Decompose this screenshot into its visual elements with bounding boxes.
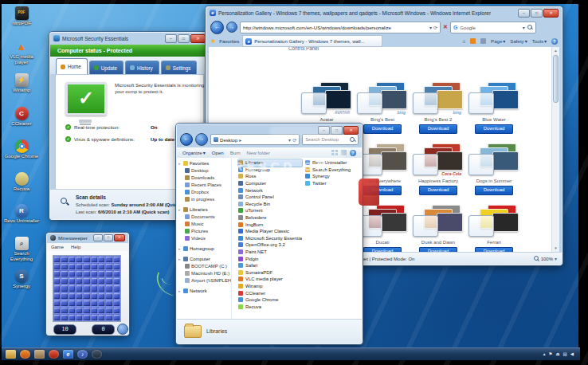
mine-cell[interactable]	[105, 263, 112, 270]
file-item-safari[interactable]: Safari	[238, 262, 302, 269]
file-item-control-panel[interactable]: Control Panel	[238, 194, 302, 201]
expand-arrow-icon[interactable]: ▸	[178, 288, 182, 293]
mine-cell[interactable]	[76, 292, 83, 300]
file-item-ross[interactable]: Ross	[238, 173, 302, 180]
search-box[interactable]: G Google	[450, 22, 536, 33]
file-item-imgburn[interactable]: ImgBurn	[238, 221, 302, 228]
mine-cell[interactable]	[83, 292, 90, 300]
maximize-button[interactable]	[104, 234, 113, 241]
desktop-icon-revo-uninstaller[interactable]: RRevo Uninstaller	[3, 204, 40, 224]
nav-item-network[interactable]: ▸Network	[177, 287, 231, 294]
mine-cell[interactable]	[98, 270, 105, 277]
back-button[interactable]	[210, 21, 224, 34]
ie-titlebar[interactable]: e Personalization Gallery - Windows 7 th…	[206, 6, 563, 19]
mine-cell[interactable]	[61, 263, 68, 270]
mine-cell[interactable]	[105, 285, 112, 292]
mine-cell[interactable]	[113, 256, 120, 263]
mine-cell[interactable]	[91, 314, 98, 321]
tab-update[interactable]: Update	[89, 61, 123, 74]
mine-cell[interactable]	[91, 307, 98, 314]
mine-cell[interactable]	[53, 277, 61, 285]
mine-cell[interactable]	[83, 300, 90, 307]
close-button[interactable]	[543, 9, 559, 18]
volume-icon[interactable]: ◀	[570, 352, 574, 357]
mine-cell[interactable]	[105, 256, 112, 263]
address-dropdown-icon[interactable]	[288, 137, 291, 143]
views-icon[interactable]	[331, 150, 338, 155]
mine-cell[interactable]	[91, 256, 98, 263]
file-item-openoffice-org-3-2[interactable]: OpenOffice.org 3.2	[238, 241, 302, 249]
mine-cell[interactable]	[69, 300, 76, 307]
mine-cell[interactable]	[83, 256, 90, 263]
mine-cell[interactable]	[105, 300, 112, 307]
taskbar-icon-steam[interactable]	[92, 350, 102, 359]
mine-cell[interactable]	[98, 300, 105, 307]
mine-cell[interactable]	[83, 314, 90, 321]
desktop-icon-nitropdf[interactable]: PDFnitroPDF	[3, 6, 40, 26]
minimize-button[interactable]	[518, 9, 530, 18]
mine-cell[interactable]	[76, 256, 83, 263]
network-icon[interactable]: ▤	[563, 352, 567, 357]
download-button[interactable]: Download	[419, 186, 457, 195]
hint-button[interactable]	[117, 324, 128, 335]
mine-cell[interactable]	[69, 270, 76, 277]
mine-cell[interactable]	[98, 256, 105, 263]
download-button[interactable]: Download	[363, 186, 402, 195]
download-button[interactable]: Download	[475, 124, 513, 134]
file-item-revo-uninstaller[interactable]: Revo Uninstaller	[305, 159, 362, 167]
refresh-icon[interactable]	[292, 137, 296, 143]
minimize-button[interactable]	[165, 34, 177, 43]
nav-item-macintosh-hd-e[interactable]: Macintosh HD (E:)	[177, 269, 231, 277]
mine-cell[interactable]	[98, 263, 105, 270]
mine-cell[interactable]	[105, 270, 112, 277]
desktop-icon-google-chrome[interactable]: Google Chrome	[3, 139, 40, 159]
download-button[interactable]: Download	[475, 186, 513, 195]
nav-item-recent-places[interactable]: Recent Places	[177, 181, 231, 188]
mine-cell[interactable]	[53, 285, 61, 292]
mine-cell[interactable]	[76, 307, 83, 314]
tools-menu[interactable]: Tools	[532, 38, 547, 44]
mine-cell[interactable]	[53, 314, 61, 321]
feeds-icon[interactable]	[470, 38, 476, 44]
mine-cell[interactable]	[98, 292, 105, 300]
mine-cell[interactable]	[91, 300, 98, 307]
forward-button[interactable]	[195, 133, 208, 146]
mine-cell[interactable]	[105, 307, 112, 314]
desktop-icon-ccleaner[interactable]: CCCleaner	[3, 107, 40, 127]
home-icon[interactable]	[462, 38, 465, 44]
file-item-recycle-bin[interactable]: Recycle Bin	[238, 201, 302, 208]
nav-item-favorites[interactable]: ▸Favorites	[177, 159, 231, 167]
preview-pane-icon[interactable]	[341, 150, 347, 155]
file-item-belvedere[interactable]: Belvedere	[238, 214, 302, 222]
show-hidden-icon[interactable]: ▴	[543, 352, 546, 357]
mine-cell[interactable]	[113, 307, 120, 314]
file-item-homegroup[interactable]: Homegroup	[238, 167, 302, 174]
mine-cell[interactable]	[113, 277, 120, 285]
desktop-icon-winamp[interactable]: ⚡Winamp	[3, 73, 40, 93]
scrollbar-thumb[interactable]	[553, 55, 559, 103]
vertical-scrollbar[interactable]: ▲ ▼	[551, 47, 559, 252]
nav-item-dropbox[interactable]: Dropbox	[177, 188, 231, 195]
mine-cell[interactable]	[61, 256, 68, 263]
breadcrumb[interactable]: Desktop	[210, 134, 300, 145]
new-folder-button[interactable]: New folder	[247, 150, 270, 155]
file-item-twitter[interactable]: Twitter	[305, 180, 362, 187]
help-menu[interactable]: Help	[71, 245, 80, 249]
desktop-icon-vlc-media-player[interactable]: ▲VLC media player	[3, 40, 40, 65]
expand-arrow-icon[interactable]: ▸	[178, 207, 182, 212]
minimize-button[interactable]	[93, 234, 103, 241]
file-item-recuva[interactable]: Recuva	[238, 303, 302, 310]
game-menu[interactable]: Game	[51, 245, 64, 249]
mine-cell[interactable]	[113, 300, 120, 307]
file-item-winamp[interactable]: Winamp	[238, 283, 302, 290]
nav-item-downloads[interactable]: Downloads	[177, 174, 231, 181]
tab-settings[interactable]: Settings	[161, 61, 198, 74]
expand-arrow-icon[interactable]: ▸	[178, 257, 182, 261]
close-button[interactable]	[190, 34, 206, 43]
taskbar-icon-firefox[interactable]	[20, 350, 30, 359]
mine-cell[interactable]	[53, 256, 61, 263]
close-button[interactable]	[343, 126, 359, 135]
taskbar-icon-itunes[interactable]: ♪	[77, 350, 88, 359]
mine-cell[interactable]	[83, 307, 90, 314]
print-icon[interactable]	[480, 38, 486, 44]
